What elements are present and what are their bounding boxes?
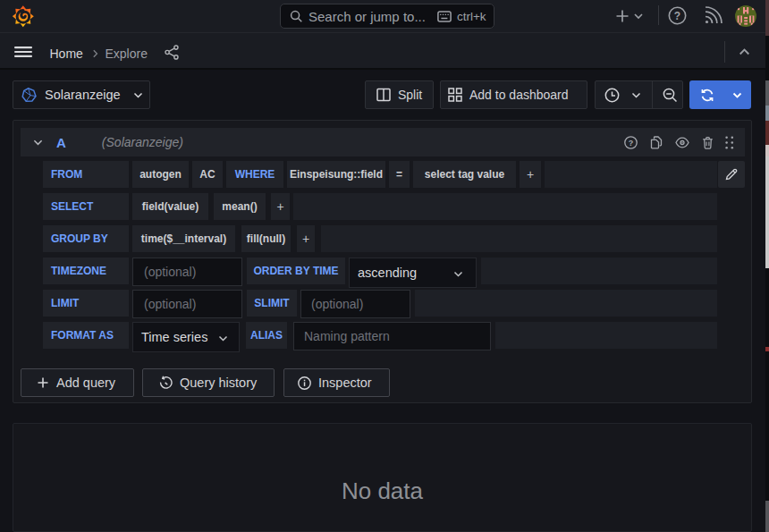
svg-text:?: ? (629, 138, 634, 147)
svg-text:?: ? (674, 10, 680, 22)
